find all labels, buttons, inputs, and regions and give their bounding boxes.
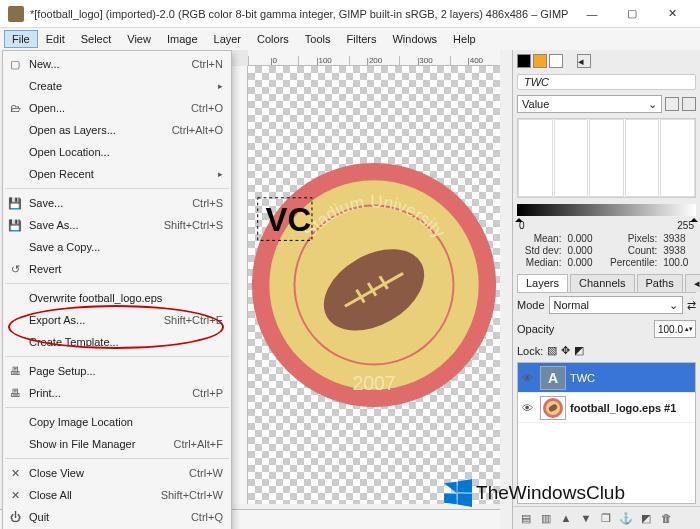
file-menu-item-14[interactable]: Create Template...: [3, 331, 231, 353]
opacity-label: Opacity: [517, 323, 554, 335]
menu-layer[interactable]: Layer: [206, 30, 250, 48]
menu-item-icon: [7, 144, 23, 160]
menu-image[interactable]: Image: [159, 30, 206, 48]
lock-position-icon[interactable]: ✥: [561, 344, 570, 357]
histogram-channel-select[interactable]: Value⌄: [517, 95, 662, 113]
lock-alpha-icon[interactable]: ◩: [574, 344, 584, 357]
canvas[interactable]: Stadium University 2007 VC: [248, 66, 500, 504]
svg-text:VC: VC: [265, 201, 311, 238]
menubar: File Edit Select View Image Layer Colors…: [0, 28, 700, 50]
menu-item-icon: [7, 312, 23, 328]
hist-log-icon[interactable]: [682, 97, 696, 111]
file-menu-item-20[interactable]: Show in File ManagerCtrl+Alt+F: [3, 433, 231, 455]
menu-item-label: Open as Layers...: [29, 124, 172, 136]
menu-item-icon: ⏻: [7, 509, 23, 525]
menu-item-icon: 💾: [7, 195, 23, 211]
layer-buttons: ▤ ▥ ▲ ▼ ❐ ⚓ ◩ 🗑: [513, 506, 700, 529]
duplicate-layer-icon[interactable]: ❐: [597, 509, 615, 527]
file-menu-item-24[interactable]: ⏻QuitCtrl+Q: [3, 506, 231, 528]
lower-layer-icon[interactable]: ▼: [577, 509, 595, 527]
file-menu-item-10[interactable]: ↺Revert: [3, 258, 231, 280]
file-menu-item-13[interactable]: Export As...Shift+Ctrl+E: [3, 309, 231, 331]
menu-help[interactable]: Help: [445, 30, 484, 48]
menu-item-icon: [7, 78, 23, 94]
watermark: TheWindowsClub: [444, 479, 625, 507]
menu-select[interactable]: Select: [73, 30, 120, 48]
menu-item-label: Export As...: [29, 314, 164, 326]
menu-item-icon: [7, 166, 23, 182]
tab-channels[interactable]: Channels: [570, 274, 634, 292]
menu-tools[interactable]: Tools: [297, 30, 339, 48]
tab-paths[interactable]: Paths: [637, 274, 683, 292]
visibility-icon[interactable]: 👁: [522, 402, 536, 414]
file-menu-item-1[interactable]: Create▸: [3, 75, 231, 97]
merge-layer-icon[interactable]: ⚓: [617, 509, 635, 527]
lock-pixels-icon[interactable]: ▧: [547, 344, 557, 357]
new-group-icon[interactable]: ▥: [537, 509, 555, 527]
opacity-field[interactable]: 100.0▴▾: [654, 320, 696, 338]
menu-item-label: Create Template...: [29, 336, 223, 348]
menu-item-icon: [7, 239, 23, 255]
visibility-icon[interactable]: 👁: [522, 372, 536, 384]
layer-row-football[interactable]: 👁 football_logo.eps #1: [518, 393, 695, 423]
menu-item-label: Page Setup...: [29, 365, 223, 377]
file-menu-item-16[interactable]: 🖶Page Setup...: [3, 360, 231, 382]
layer-row-twc[interactable]: 👁 A TWC: [518, 363, 695, 393]
swatch-orange[interactable]: [533, 54, 547, 68]
menu-item-label: Open Recent: [29, 168, 216, 180]
menu-edit[interactable]: Edit: [38, 30, 73, 48]
tab-layers[interactable]: Layers: [517, 274, 568, 292]
menu-item-label: Save As...: [29, 219, 164, 231]
close-button[interactable]: ✕: [652, 0, 692, 28]
menu-item-label: Save...: [29, 197, 192, 209]
app-icon: [8, 6, 24, 22]
menu-item-shortcut: Ctrl+N: [192, 58, 223, 70]
svg-text:2007: 2007: [352, 372, 395, 394]
menu-windows[interactable]: Windows: [384, 30, 445, 48]
file-menu-item-23[interactable]: ✕Close AllShift+Ctrl+W: [3, 484, 231, 506]
chevron-down-icon: ⌄: [648, 98, 657, 111]
file-menu-item-5[interactable]: Open Recent▸: [3, 163, 231, 185]
maximize-button[interactable]: ▢: [612, 0, 652, 28]
hist-linear-icon[interactable]: [665, 97, 679, 111]
file-menu-item-12[interactable]: Overwrite football_logo.eps: [3, 287, 231, 309]
menu-view[interactable]: View: [119, 30, 159, 48]
histogram-range-slider[interactable]: [517, 204, 696, 216]
new-layer-icon[interactable]: ▤: [517, 509, 535, 527]
layer-name: TWC: [570, 372, 595, 384]
file-menu-item-9[interactable]: Save a Copy...: [3, 236, 231, 258]
file-menu-item-17[interactable]: 🖶Print...Ctrl+P: [3, 382, 231, 404]
minimize-button[interactable]: —: [572, 0, 612, 28]
file-menu-item-4[interactable]: Open Location...: [3, 141, 231, 163]
menu-file[interactable]: File: [4, 30, 38, 48]
mode-select[interactable]: Normal⌄: [549, 296, 683, 314]
menu-colors[interactable]: Colors: [249, 30, 297, 48]
ruler-vertical: [232, 66, 248, 504]
file-menu-item-8[interactable]: 💾Save As...Shift+Ctrl+S: [3, 214, 231, 236]
menu-item-label: Close View: [29, 467, 189, 479]
delete-layer-icon[interactable]: 🗑: [657, 509, 675, 527]
file-menu-item-3[interactable]: Open as Layers...Ctrl+Alt+O: [3, 119, 231, 141]
canvas-area: |0|100|200|300|400 Stadium University 20…: [232, 50, 500, 504]
file-menu-item-19[interactable]: Copy Image Location: [3, 411, 231, 433]
panel-menu-button[interactable]: ◂: [685, 274, 700, 292]
panel-menu-icon[interactable]: ◂: [577, 54, 591, 68]
menu-item-label: Quit: [29, 511, 191, 523]
file-menu-item-0[interactable]: ▢New...Ctrl+N: [3, 53, 231, 75]
histogram-stats: Mean:0.000Pixels:3938 Std dev:0.000Count…: [513, 231, 700, 270]
menu-item-shortcut: Shift+Ctrl+W: [161, 489, 223, 501]
file-menu-item-2[interactable]: 🗁Open...Ctrl+O: [3, 97, 231, 119]
menu-filters[interactable]: Filters: [339, 30, 385, 48]
menu-item-icon: [7, 414, 23, 430]
file-menu-item-7[interactable]: 💾Save...Ctrl+S: [3, 192, 231, 214]
raise-layer-icon[interactable]: ▲: [557, 509, 575, 527]
ruler-horizontal: |0|100|200|300|400: [248, 50, 500, 66]
mode-switch-icon[interactable]: ⇄: [687, 299, 696, 312]
file-menu-item-22[interactable]: ✕Close ViewCtrl+W: [3, 462, 231, 484]
histogram-chip: TWC: [517, 74, 696, 90]
mask-layer-icon[interactable]: ◩: [637, 509, 655, 527]
chevron-down-icon: ⌄: [669, 299, 678, 312]
swatch-black[interactable]: [517, 54, 531, 68]
swatch-white[interactable]: [549, 54, 563, 68]
menu-item-icon: 🗁: [7, 100, 23, 116]
